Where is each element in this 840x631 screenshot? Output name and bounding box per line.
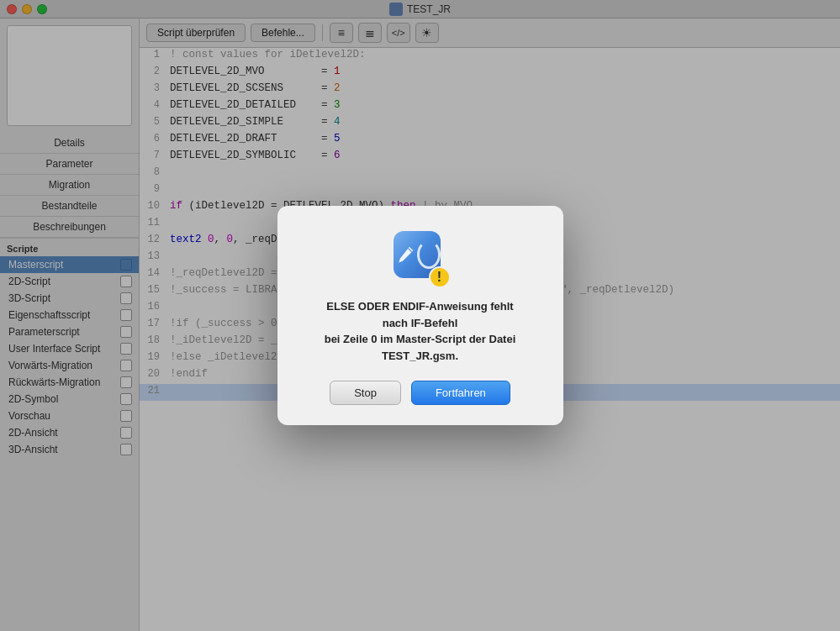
modal-overlay[interactable]: ! ELSE ODER ENDIF-Anweisung fehlt nach I…	[0, 0, 840, 631]
warning-badge: !	[429, 266, 451, 288]
modal-buttons: Stop Fortfahren	[330, 381, 510, 405]
modal-icon-wrap: !	[394, 231, 447, 285]
modal-message-line1: ELSE ODER ENDIF-Anweisung fehlt	[326, 300, 513, 313]
modal-message-line3: bei Zeile 0 im Master-Script der Datei	[325, 333, 516, 345]
modal-message-line2: nach IF-Befehl	[383, 317, 458, 329]
stop-button[interactable]: Stop	[330, 381, 401, 405]
modal-dialog: ! ELSE ODER ENDIF-Anweisung fehlt nach I…	[277, 206, 563, 425]
app-icon-svg	[394, 239, 417, 270]
modal-message: ELSE ODER ENDIF-Anweisung fehlt nach IF-…	[325, 298, 516, 364]
continue-button[interactable]: Fortfahren	[411, 381, 510, 405]
modal-message-line4: TEST_JR.gsm.	[382, 350, 458, 362]
